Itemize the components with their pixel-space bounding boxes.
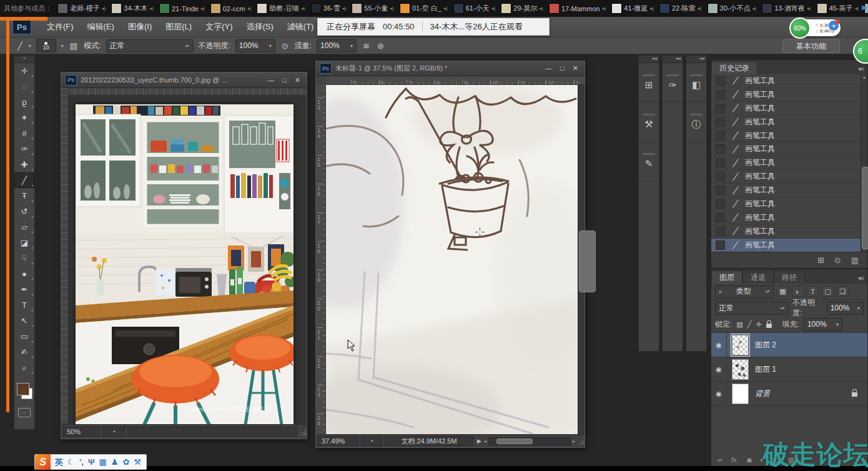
history-source-checkbox[interactable]: [716, 158, 725, 167]
pressure-opacity-icon[interactable]: ⊙: [280, 41, 290, 51]
paint-bucket-tool[interactable]: ◪: [14, 235, 34, 250]
history-source-checkbox[interactable]: [716, 90, 725, 99]
doc1-ruler-vertical[interactable]: [61, 88, 69, 425]
filter-shape-icon[interactable]: ▢: [822, 286, 834, 297]
crop-tool[interactable]: #: [14, 126, 34, 141]
layer-blend-mode-select[interactable]: 正常 ▴▾: [715, 302, 789, 315]
history-entry[interactable]: ╱ 画笔工具: [711, 225, 861, 239]
resize-grip[interactable]: [576, 437, 584, 445]
history-source-checkbox[interactable]: [716, 104, 725, 113]
history-entry[interactable]: ╱ 画笔工具: [711, 184, 861, 197]
scroll-up-icon[interactable]: ▲: [862, 75, 867, 79]
doc1-canvas-area[interactable]: weibo.com/u/2538714133: [61, 88, 307, 425]
minimize-icon[interactable]: —: [267, 76, 274, 84]
brush-presets-icon[interactable]: ✎: [639, 142, 659, 181]
status-menu-arrow[interactable]: ▶: [475, 438, 484, 444]
history-entry[interactable]: ╱ 画笔工具: [711, 116, 861, 129]
close-icon[interactable]: ✕: [573, 64, 578, 72]
settings-icon[interactable]: ⚒: [134, 457, 141, 467]
marquee-tool[interactable]: ◌: [14, 79, 34, 94]
materials-icon[interactable]: ◧: [686, 63, 706, 102]
network-quality-badge[interactable]: 60%: [789, 17, 811, 39]
vertical-scrollbar[interactable]: [578, 85, 584, 435]
history-source-checkbox[interactable]: [716, 76, 725, 86]
tab-layers[interactable]: 图层: [711, 270, 742, 284]
pressure-size-icon[interactable]: ⊚: [376, 41, 385, 51]
participant[interactable]: 45-英子 ◂): [817, 3, 859, 14]
path-selection-tool[interactable]: ↖: [14, 313, 34, 329]
tab-history[interactable]: 历史记录: [711, 61, 757, 74]
history-entry[interactable]: ╱ 画笔工具: [711, 142, 861, 156]
resize-grip[interactable]: [298, 428, 307, 436]
chevron-down-icon[interactable]: ▾: [29, 43, 31, 49]
minimize-icon[interactable]: —: [545, 64, 552, 72]
doc1-ruler-horizontal[interactable]: [67, 88, 307, 96]
doc2-canvas-area[interactable]: [326, 85, 579, 436]
shape-tool[interactable]: ▭: [14, 329, 34, 344]
filter-type-icon[interactable]: T: [807, 286, 819, 297]
workspace-switcher-button[interactable]: 基本功能: [782, 39, 840, 53]
history-entry[interactable]: ╱ 画笔工具: [711, 156, 861, 170]
add-button[interactable]: +: [828, 20, 839, 31]
doc1-titlebar[interactable]: Ps 20120222230533_uyezC.thumb.700_0.jpg …: [61, 72, 307, 88]
layer-mask-icon[interactable]: ◙: [747, 456, 751, 464]
history-source-checkbox[interactable]: [716, 186, 725, 195]
lasso-tool[interactable]: ϱ: [14, 94, 34, 110]
quick-mask-button[interactable]: ◌: [18, 408, 31, 417]
layer-thumbnail[interactable]: [732, 359, 749, 380]
kitchen-photo[interactable]: weibo.com/u/2538714133: [76, 104, 293, 425]
moon-icon[interactable]: ☾: [67, 457, 75, 467]
participant[interactable]: 61-小天 ◂): [453, 3, 496, 14]
dock-collapse-icon[interactable]: ◂◂: [639, 56, 659, 63]
participants-more-arrow[interactable]: ▶: [862, 4, 867, 11]
panel-menu-icon[interactable]: ▾≡: [858, 275, 867, 284]
history-entry[interactable]: ╱ 画笔工具: [711, 211, 861, 225]
doc2-titlebar[interactable]: Ps 未标题-1 @ 37.5% (图层 2, RGB/8) * — □ ✕: [316, 61, 584, 76]
scrollbar-thumb[interactable]: [579, 231, 596, 292]
doc2-ruler-vertical[interactable]: 1314151617181920212223242: [316, 85, 326, 435]
participant[interactable]: 55-小童 ◂): [352, 3, 394, 14]
history-brush-tool[interactable]: ↺: [14, 204, 34, 219]
history-entry[interactable]: ╱ 画笔工具: [711, 102, 861, 116]
maximize-icon[interactable]: □: [282, 76, 287, 84]
scroll-left-icon[interactable]: ◂: [484, 439, 486, 444]
hand-tool[interactable]: ✍: [14, 344, 34, 360]
doc1-zoom-field[interactable]: 50%: [62, 427, 100, 437]
ruler-corner[interactable]: [316, 76, 327, 86]
menu-item[interactable]: 图层(L): [159, 21, 199, 32]
blend-mode-select[interactable]: 正常 ▴▾: [106, 39, 194, 52]
tab-channels[interactable]: 通道: [742, 270, 774, 284]
menu-item[interactable]: 文件(F): [40, 21, 81, 32]
swatches-icon[interactable]: ⊞: [639, 63, 659, 102]
menu-item[interactable]: 图像(I): [121, 21, 159, 32]
sogou-logo[interactable]: S: [35, 454, 51, 470]
healing-brush-tool[interactable]: ✚: [14, 157, 34, 172]
doc2-ruler-horizontal[interactable]: 567891011121: [326, 76, 584, 85]
layer-row[interactable]: ◉ 图层 2: [711, 333, 867, 357]
flow-select[interactable]: 100% ▾: [317, 39, 357, 52]
move-tool[interactable]: ✛: [14, 63, 34, 79]
history-source-checkbox[interactable]: [716, 144, 725, 154]
menu-item[interactable]: 选择(S): [239, 21, 280, 32]
layer-thumbnail[interactable]: [732, 335, 749, 355]
layer-opacity-select[interactable]: 100% ▾: [827, 302, 864, 315]
participant[interactable]: 17-Mammon ◂): [549, 3, 606, 14]
participant[interactable]: 36-雪 ◂): [311, 3, 347, 14]
scrollbar-thumb[interactable]: [862, 167, 868, 249]
participant[interactable]: 30-小不点 ◂): [708, 3, 757, 14]
history-entry[interactable]: ╱ 画笔工具: [711, 88, 861, 102]
new-document-from-state-icon[interactable]: ⊞: [817, 255, 824, 265]
toolbar-collapse-icon[interactable]: »: [14, 56, 34, 63]
airbrush-icon[interactable]: ≋: [362, 41, 371, 51]
layer-row[interactable]: ◉ 图层 1: [711, 357, 867, 382]
history-entry[interactable]: ╱ 画笔工具: [711, 129, 861, 143]
history-entry[interactable]: ╱ 画笔工具: [711, 74, 861, 88]
history-source-checkbox[interactable]: [716, 240, 725, 250]
layer-style-icon[interactable]: fx.: [731, 456, 739, 464]
scrollbar-thumb[interactable]: [496, 439, 533, 444]
tool-presets-icon[interactable]: ⚒: [639, 102, 659, 142]
participant[interactable]: 22-陈雷 ◂): [659, 3, 702, 14]
layer-thumbnail[interactable]: [732, 384, 749, 404]
pen-tool[interactable]: ✒: [14, 282, 34, 297]
layer-filter-select[interactable]: ⌕ 类型 ▴▾: [715, 285, 774, 298]
